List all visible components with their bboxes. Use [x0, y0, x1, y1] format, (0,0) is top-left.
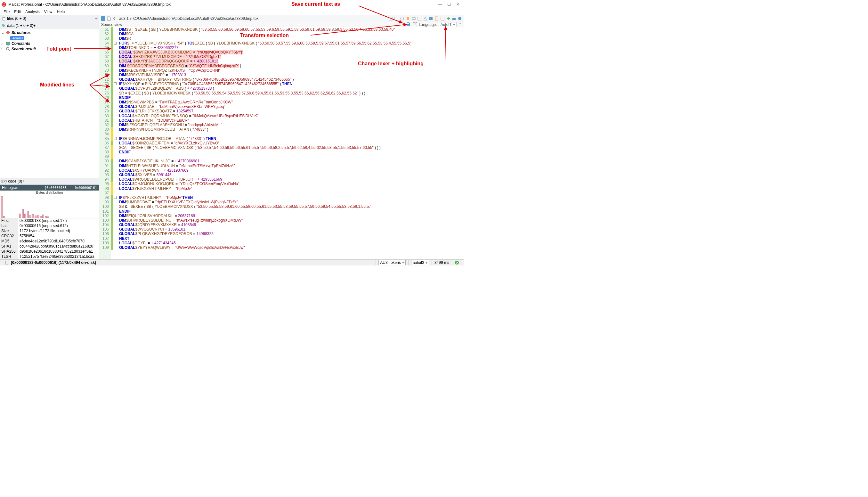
histogram-header: Histogram [0x00000183 -- 0x00000616]	[0, 185, 99, 190]
tb-icon-1[interactable]	[388, 16, 393, 21]
fold-toggle[interactable]: -	[114, 82, 117, 85]
code-line[interactable]: LOCAL $XSHYUARWN = + 4281937669	[119, 168, 464, 173]
code-line[interactable]: GLOBAL $PLQBWXHGZDRYEGDFOROB = 14968325	[119, 231, 464, 236]
code-line[interactable]: GLOBAL $SXLVES = 5981445	[119, 173, 464, 177]
code-line[interactable]: LOCAL $MGKYRLOQDNJHWIEKNSOQ = "IkMckQAkw…	[119, 114, 464, 118]
code-line[interactable]: NEXT	[119, 236, 464, 241]
code-line[interactable]: LOCAL $OHJGJOHUKGOJQRK = "YDcgQkZPCGSeer…	[119, 182, 464, 186]
menu-file[interactable]: File	[1, 9, 12, 15]
code-line[interactable]: ENDIF	[119, 209, 464, 214]
code-line[interactable]: DIM $KECBKNLFRTNDPQZTZKHXXS = "CpVACqrOO…	[119, 68, 464, 73]
histogram-chart	[0, 195, 99, 218]
code-line[interactable]: ENDIF	[119, 96, 464, 100]
editor[interactable]: 6162636465666768697071727374757677787980…	[99, 27, 464, 259]
fold-toggle[interactable]: -	[114, 196, 117, 199]
code-line[interactable]: LOCAL $YFJKXZVHTPJLHRY = "PpMpJv"	[119, 186, 464, 191]
code-line[interactable]: GLOBAL $PJJXUAE = "buMmnWjvezxwmXRKbmWKF…	[119, 104, 464, 109]
tb-icon-7[interactable]	[423, 16, 428, 21]
code-line[interactable]: $R = $EXEE ( $B ( YLOEBHMCIVXNDSK ( "53,…	[119, 91, 464, 96]
tree-structures[interactable]: ⌄Structures	[1, 30, 98, 35]
tb-icon-11[interactable]	[446, 16, 451, 21]
minimize-button[interactable]: —	[435, 1, 444, 8]
code-line[interactable]: LOCAL $KOINZQAEEJPFDM = "qfXdYXELzKxQvUY…	[119, 141, 464, 145]
code-line[interactable]: DIM $UMBBGBWF = "rfpEEHXXLbVBJEXQicfyNwi…	[119, 200, 464, 204]
tree-search[interactable]: ›Search result	[1, 46, 98, 52]
svg-line-7	[9, 49, 10, 51]
svg-point-11	[401, 17, 404, 20]
status-tokens-select[interactable]: AU3.Tokens▾	[378, 260, 406, 265]
tb-icon-9[interactable]	[434, 16, 439, 21]
tb-icon-2[interactable]	[394, 16, 399, 21]
code-line[interactable]: DIM $RNNNWHJCGMKPRCLOB = ATAN ( "74833" …	[119, 127, 464, 132]
code-line[interactable]: LOCAL $SWHZKAJWGJUKBJCCMLQMC = "chOgqwtQ…	[119, 50, 464, 54]
code-line[interactable]	[119, 191, 464, 195]
menu-edit[interactable]: Edit	[12, 9, 23, 15]
code-line[interactable]: DIM $NSMCWMPBS = "FaMTPADgUAwcGRmReFmnOd…	[119, 100, 464, 104]
tb-icon-4[interactable]	[405, 16, 410, 21]
tb-icon-8[interactable]	[429, 16, 434, 21]
back-icon[interactable]	[112, 16, 117, 21]
code-line[interactable]: DIM $IFSQCJRPLQGFLAARYFKONU = "nadqvpbAb…	[119, 123, 464, 127]
code-line[interactable]: IF $AXHYQF = BINARYTOSTRING ( "0x706F4C4…	[119, 82, 464, 86]
code-line[interactable]: GLOBAL $FLRHJFKKSBQATZ = 18254597	[119, 109, 464, 113]
tree-constants[interactable]: ›Constants	[1, 41, 98, 46]
app-small-icon[interactable]	[101, 16, 106, 21]
menu-view[interactable]: View	[42, 9, 55, 15]
menu-analysis[interactable]: Analysis	[23, 9, 42, 15]
transform-icon[interactable]: AB→AC	[413, 22, 417, 27]
window-title: Malcat Professional - C:\Users\Administr…	[8, 2, 435, 7]
tree-header[interactable]: Header	[1, 35, 98, 41]
code-line[interactable]: $S &= $EXEE ( $B ( YLOEBHMCIVXNDSK ( "53…	[119, 204, 464, 209]
svg-rect-12	[407, 17, 409, 20]
add-file-button[interactable]: +	[95, 16, 98, 22]
code-line[interactable]: LOCAL $XKYRFJACGDDPAQGGQOUP = + 42881518…	[119, 59, 464, 63]
code-line[interactable]: LOCAL $RBTAHCN = "zDDmVcHEiuCR"	[119, 118, 464, 123]
code-line[interactable]: IF $RNNNWHJCGMKPRCLOB = ATAN ( "74833" )…	[119, 137, 464, 141]
code-line[interactable]: FOR $I = YLOEBHMCIVXNDSK ( "54" ) TO $EX…	[119, 41, 464, 45]
tb-icon-12[interactable]	[451, 16, 457, 21]
new-file-icon[interactable]	[106, 16, 112, 21]
add-data-button[interactable]: +	[33, 23, 35, 28]
code-line[interactable]: DIM $CAMBJXWDFLIKLNLJQ = + 4270366981	[119, 159, 464, 163]
tb-icon-6[interactable]	[417, 16, 422, 21]
files-panel-header[interactable]: files (0 + 0) +	[0, 15, 99, 22]
code-line[interactable]: DIM $BHVIRQEEYSULUEFNU = "mAwzxfseugTzwm…	[119, 218, 464, 223]
data-panel-header[interactable]: data (1 + 0 + 0) +	[0, 22, 99, 29]
code-line[interactable]	[119, 132, 464, 136]
add-code-button[interactable]: +	[22, 179, 24, 184]
code-line[interactable]: LOCAL $HKDIZRKPTVLMUXCMDF = "PZUMsOSYDgh…	[119, 54, 464, 59]
code-line[interactable]: GLOBAL $AXHYQF = BINARYTOSTRING ( "0x706…	[119, 77, 464, 82]
menu-help[interactable]: Help	[55, 9, 67, 15]
code-line[interactable]: LOCAL $GGYBI = + 4271434245	[119, 241, 464, 245]
language-select[interactable]: AutoIT▾	[439, 22, 457, 27]
code-line[interactable]: IF $YFJKXZVHTPJLHRY = "PpMpJv" THEN	[119, 195, 464, 200]
code-line[interactable]: GLOBAL $JQRDYFBKVKMXAKR = 4108549	[119, 223, 464, 227]
tb-icon-13[interactable]	[457, 16, 462, 21]
code-line[interactable]: DIM $CA	[119, 32, 464, 36]
save-as-icon[interactable]	[406, 22, 410, 27]
code-line[interactable]: DIM $HTTLELWASLIENUDLVUN = "eNjmnlEnTSMx…	[119, 164, 464, 168]
fold-toggle[interactable]: -	[114, 137, 117, 140]
code-line[interactable]: $CA = $EXEE ( $B ( YLOEBHMCIVXNDSK ( "53…	[119, 145, 464, 150]
code-line[interactable]: GLOBAL $WVOSUCRYCI = 18596101	[119, 227, 464, 231]
code-line[interactable]: DIM $S = $EXEE ( $B ( YLOEBHMCIVXNDSK ( …	[119, 27, 464, 32]
maximize-button[interactable]: ☐	[444, 1, 453, 8]
code-line[interactable]: ENDIF	[119, 150, 464, 154]
code-line[interactable]: DIM $JRSYVIPHMAJSRPJ = 11703813	[119, 73, 464, 77]
code-line[interactable]: DIM $R	[119, 36, 464, 41]
tb-icon-10[interactable]	[440, 16, 445, 21]
close-button[interactable]: ✕	[453, 1, 462, 8]
code-line[interactable]	[119, 154, 464, 159]
status-lexer-select[interactable]: autoit3▾	[411, 260, 429, 265]
fold-toggle[interactable]: -	[114, 42, 117, 44]
code-line[interactable]: DIM $EIQUJCRLSVHGPDAUXL = 20637189	[119, 214, 464, 218]
info-row: First0x00000183 (unparsed:17f)	[0, 218, 99, 224]
code-line[interactable]: GLOBAL $CVPBYLZKBQEZW = ABS ( + 42735137…	[119, 86, 464, 90]
tb-icon-5[interactable]	[411, 16, 416, 21]
code-line[interactable]: DIM $TORLNKCD = + 4280662277	[119, 45, 464, 50]
code-panel-header[interactable]: f(x) code (0) +	[0, 178, 99, 185]
code-line[interactable]: DIM $GDSRQPEMABFBEOEGEMSQ = "CSWQTFddNBc…	[119, 64, 464, 68]
tb-icon-3[interactable]	[400, 16, 405, 21]
code-line[interactable]: GLOBAL $YBYYRAQWLBWY = "UWeVWwWqsdVqBhxV…	[119, 245, 464, 250]
code-line[interactable]: LOCAL $WRGQBEDEENDPUEFTTBPJGR = + 429336…	[119, 177, 464, 182]
